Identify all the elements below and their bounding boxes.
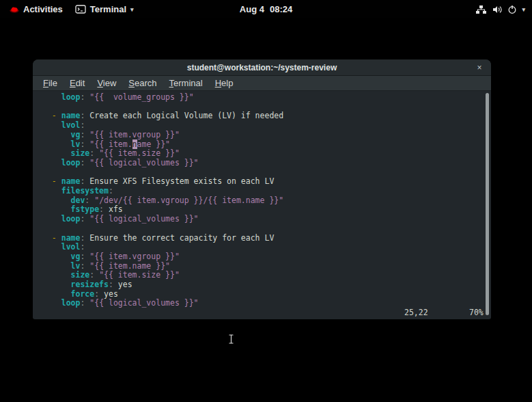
scrollbar-thumb[interactable] xyxy=(486,93,489,315)
menu-edit[interactable]: Edit xyxy=(64,78,91,88)
menu-search[interactable]: Search xyxy=(122,78,163,88)
redhat-icon xyxy=(10,5,19,14)
desktop-top-bar: Activities Terminal ▾ Aug 4 08:24 xyxy=(0,0,532,18)
menu-help[interactable]: Help xyxy=(209,78,240,88)
chevron-down-icon: ▾ xyxy=(522,6,525,13)
menu-file[interactable]: File xyxy=(37,78,64,88)
window-menubar: File Edit View Search Terminal Help xyxy=(33,76,491,91)
chevron-down-icon: ▾ xyxy=(130,6,134,13)
terminal-icon xyxy=(75,5,86,14)
wired-network-icon xyxy=(475,5,487,14)
speaker-icon xyxy=(492,5,503,14)
terminal-code: loop: "{{ volume_groups }}" - name: Crea… xyxy=(42,93,283,308)
window-titlebar[interactable]: student@workstation:~/system-review × xyxy=(33,59,491,76)
scrollbar xyxy=(485,93,490,315)
app-menu-label: Terminal xyxy=(90,4,126,14)
vim-scroll-percent: 70% xyxy=(469,308,484,317)
clock-date: Aug 4 xyxy=(240,4,264,14)
terminal-screen[interactable]: loop: "{{ volume_groups }}" - name: Crea… xyxy=(33,91,491,319)
clock-time: 08:24 xyxy=(270,4,292,14)
close-button[interactable]: × xyxy=(472,59,487,76)
activities-button[interactable]: Activities xyxy=(5,0,67,18)
menu-terminal[interactable]: Terminal xyxy=(163,78,209,88)
terminal-window: student@workstation:~/system-review × Fi… xyxy=(33,59,491,319)
system-status-area[interactable]: ▾ xyxy=(473,0,528,18)
window-title: student@workstation:~/system-review xyxy=(187,63,337,72)
activities-label: Activities xyxy=(23,4,63,14)
power-icon xyxy=(507,5,517,14)
menu-view[interactable]: View xyxy=(91,78,122,88)
vim-cursor-position: 25,22 xyxy=(404,308,428,317)
vim-statusline: 25,22 70% xyxy=(33,308,491,317)
app-menu-terminal[interactable]: Terminal ▾ xyxy=(71,0,138,18)
mouse-cursor-ibeam xyxy=(228,334,234,347)
